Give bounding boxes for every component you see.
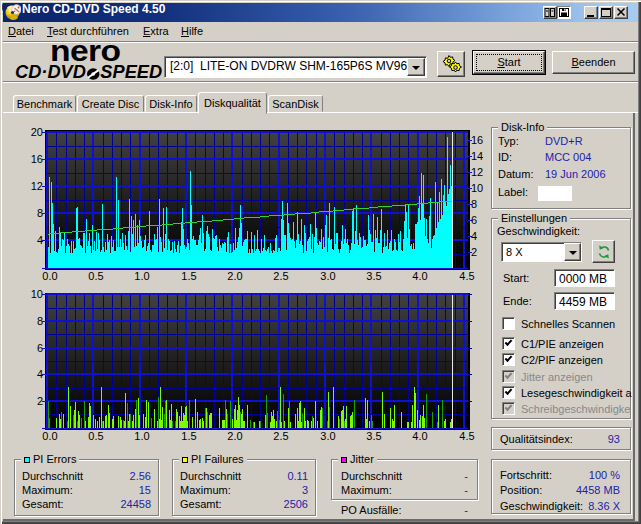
svg-text:10: 10 [471, 182, 483, 194]
svg-text:6: 6 [471, 214, 477, 226]
svg-text:4: 4 [471, 230, 477, 242]
svg-text:16: 16 [471, 134, 483, 146]
svg-text:3.0: 3.0 [320, 270, 335, 282]
svg-text:8: 8 [471, 198, 477, 210]
svg-text:6: 6 [37, 342, 43, 354]
svg-text:1.0: 1.0 [134, 270, 149, 282]
svg-text:3.5: 3.5 [366, 270, 381, 282]
svg-text:4.0: 4.0 [412, 270, 427, 282]
svg-text:12: 12 [31, 180, 43, 192]
svg-text:8: 8 [37, 207, 43, 219]
svg-text:8: 8 [37, 315, 43, 327]
svg-text:10: 10 [31, 288, 43, 300]
svg-text:4: 4 [37, 234, 43, 246]
svg-text:2.5: 2.5 [273, 430, 288, 442]
svg-text:2.0: 2.0 [227, 430, 242, 442]
svg-text:0.0: 0.0 [42, 270, 57, 282]
svg-text:1.5: 1.5 [181, 430, 196, 442]
svg-text:2.0: 2.0 [227, 270, 242, 282]
svg-text:1.5: 1.5 [181, 270, 196, 282]
svg-text:4.5: 4.5 [459, 270, 474, 282]
svg-text:0.0: 0.0 [42, 430, 57, 442]
svg-text:4.0: 4.0 [412, 430, 427, 442]
svg-text:1.0: 1.0 [134, 430, 149, 442]
svg-text:2: 2 [37, 395, 43, 407]
svg-text:16: 16 [31, 153, 43, 165]
svg-text:20: 20 [31, 126, 43, 138]
svg-text:3.5: 3.5 [366, 430, 381, 442]
svg-text:0.5: 0.5 [88, 270, 103, 282]
svg-text:3.0: 3.0 [320, 430, 335, 442]
svg-text:2: 2 [471, 246, 477, 258]
svg-text:2.5: 2.5 [273, 270, 288, 282]
svg-text:14: 14 [471, 150, 483, 162]
svg-text:0.5: 0.5 [88, 430, 103, 442]
svg-text:4: 4 [37, 368, 43, 380]
svg-text:12: 12 [471, 166, 483, 178]
svg-text:4.5: 4.5 [459, 430, 474, 442]
